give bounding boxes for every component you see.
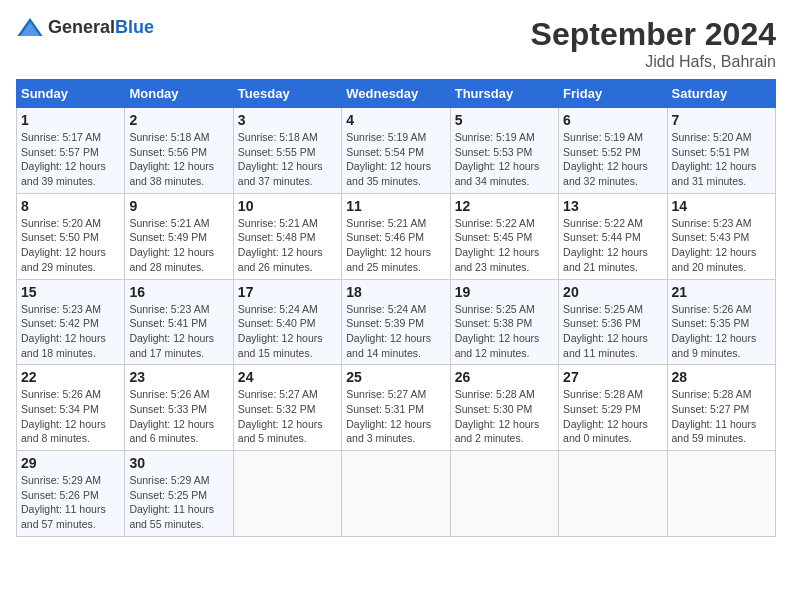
week-row-5: 29Sunrise: 5:29 AM Sunset: 5:26 PM Dayli… [17, 451, 776, 537]
header-cell-tuesday: Tuesday [233, 80, 341, 108]
day-number: 6 [563, 112, 662, 128]
day-info: Sunrise: 5:28 AM Sunset: 5:30 PM Dayligh… [455, 387, 554, 446]
day-info: Sunrise: 5:18 AM Sunset: 5:56 PM Dayligh… [129, 130, 228, 189]
day-number: 17 [238, 284, 337, 300]
day-info: Sunrise: 5:24 AM Sunset: 5:40 PM Dayligh… [238, 302, 337, 361]
header-cell-wednesday: Wednesday [342, 80, 450, 108]
day-cell [559, 451, 667, 537]
day-number: 29 [21, 455, 120, 471]
day-info: Sunrise: 5:28 AM Sunset: 5:29 PM Dayligh… [563, 387, 662, 446]
day-info: Sunrise: 5:23 AM Sunset: 5:43 PM Dayligh… [672, 216, 771, 275]
day-cell: 6Sunrise: 5:19 AM Sunset: 5:52 PM Daylig… [559, 108, 667, 194]
day-cell: 11Sunrise: 5:21 AM Sunset: 5:46 PM Dayli… [342, 193, 450, 279]
day-cell: 14Sunrise: 5:23 AM Sunset: 5:43 PM Dayli… [667, 193, 775, 279]
day-cell [667, 451, 775, 537]
day-cell: 20Sunrise: 5:25 AM Sunset: 5:36 PM Dayli… [559, 279, 667, 365]
day-number: 25 [346, 369, 445, 385]
day-cell [233, 451, 341, 537]
day-cell: 15Sunrise: 5:23 AM Sunset: 5:42 PM Dayli… [17, 279, 125, 365]
day-info: Sunrise: 5:22 AM Sunset: 5:45 PM Dayligh… [455, 216, 554, 275]
day-info: Sunrise: 5:22 AM Sunset: 5:44 PM Dayligh… [563, 216, 662, 275]
page-header: GeneralBlue September 2024 Jidd Hafs, Ba… [16, 16, 776, 71]
header-cell-monday: Monday [125, 80, 233, 108]
week-row-4: 22Sunrise: 5:26 AM Sunset: 5:34 PM Dayli… [17, 365, 776, 451]
header-cell-thursday: Thursday [450, 80, 558, 108]
day-cell: 19Sunrise: 5:25 AM Sunset: 5:38 PM Dayli… [450, 279, 558, 365]
day-info: Sunrise: 5:29 AM Sunset: 5:25 PM Dayligh… [129, 473, 228, 532]
day-cell [342, 451, 450, 537]
day-number: 2 [129, 112, 228, 128]
day-info: Sunrise: 5:18 AM Sunset: 5:55 PM Dayligh… [238, 130, 337, 189]
day-number: 11 [346, 198, 445, 214]
day-number: 10 [238, 198, 337, 214]
day-cell: 30Sunrise: 5:29 AM Sunset: 5:25 PM Dayli… [125, 451, 233, 537]
day-cell: 5Sunrise: 5:19 AM Sunset: 5:53 PM Daylig… [450, 108, 558, 194]
location-title: Jidd Hafs, Bahrain [531, 53, 776, 71]
day-info: Sunrise: 5:28 AM Sunset: 5:27 PM Dayligh… [672, 387, 771, 446]
day-info: Sunrise: 5:17 AM Sunset: 5:57 PM Dayligh… [21, 130, 120, 189]
day-info: Sunrise: 5:29 AM Sunset: 5:26 PM Dayligh… [21, 473, 120, 532]
day-info: Sunrise: 5:24 AM Sunset: 5:39 PM Dayligh… [346, 302, 445, 361]
day-cell: 29Sunrise: 5:29 AM Sunset: 5:26 PM Dayli… [17, 451, 125, 537]
day-cell: 23Sunrise: 5:26 AM Sunset: 5:33 PM Dayli… [125, 365, 233, 451]
day-number: 18 [346, 284, 445, 300]
day-info: Sunrise: 5:25 AM Sunset: 5:36 PM Dayligh… [563, 302, 662, 361]
day-number: 9 [129, 198, 228, 214]
day-cell: 8Sunrise: 5:20 AM Sunset: 5:50 PM Daylig… [17, 193, 125, 279]
day-number: 14 [672, 198, 771, 214]
day-number: 13 [563, 198, 662, 214]
day-info: Sunrise: 5:19 AM Sunset: 5:52 PM Dayligh… [563, 130, 662, 189]
day-info: Sunrise: 5:26 AM Sunset: 5:33 PM Dayligh… [129, 387, 228, 446]
day-number: 27 [563, 369, 662, 385]
day-cell [450, 451, 558, 537]
day-number: 22 [21, 369, 120, 385]
day-info: Sunrise: 5:23 AM Sunset: 5:41 PM Dayligh… [129, 302, 228, 361]
day-info: Sunrise: 5:23 AM Sunset: 5:42 PM Dayligh… [21, 302, 120, 361]
header-cell-sunday: Sunday [17, 80, 125, 108]
day-info: Sunrise: 5:19 AM Sunset: 5:53 PM Dayligh… [455, 130, 554, 189]
day-cell: 25Sunrise: 5:27 AM Sunset: 5:31 PM Dayli… [342, 365, 450, 451]
day-cell: 10Sunrise: 5:21 AM Sunset: 5:48 PM Dayli… [233, 193, 341, 279]
header-cell-saturday: Saturday [667, 80, 775, 108]
day-info: Sunrise: 5:21 AM Sunset: 5:48 PM Dayligh… [238, 216, 337, 275]
day-number: 7 [672, 112, 771, 128]
day-number: 12 [455, 198, 554, 214]
day-info: Sunrise: 5:26 AM Sunset: 5:34 PM Dayligh… [21, 387, 120, 446]
day-number: 24 [238, 369, 337, 385]
day-cell: 17Sunrise: 5:24 AM Sunset: 5:40 PM Dayli… [233, 279, 341, 365]
day-cell: 2Sunrise: 5:18 AM Sunset: 5:56 PM Daylig… [125, 108, 233, 194]
day-number: 1 [21, 112, 120, 128]
day-info: Sunrise: 5:27 AM Sunset: 5:31 PM Dayligh… [346, 387, 445, 446]
week-row-1: 1Sunrise: 5:17 AM Sunset: 5:57 PM Daylig… [17, 108, 776, 194]
logo-icon [16, 16, 44, 38]
day-cell: 21Sunrise: 5:26 AM Sunset: 5:35 PM Dayli… [667, 279, 775, 365]
calendar-table: SundayMondayTuesdayWednesdayThursdayFrid… [16, 79, 776, 537]
day-number: 26 [455, 369, 554, 385]
day-number: 23 [129, 369, 228, 385]
day-number: 15 [21, 284, 120, 300]
day-info: Sunrise: 5:20 AM Sunset: 5:50 PM Dayligh… [21, 216, 120, 275]
day-number: 3 [238, 112, 337, 128]
day-cell: 22Sunrise: 5:26 AM Sunset: 5:34 PM Dayli… [17, 365, 125, 451]
day-cell: 3Sunrise: 5:18 AM Sunset: 5:55 PM Daylig… [233, 108, 341, 194]
header-row: SundayMondayTuesdayWednesdayThursdayFrid… [17, 80, 776, 108]
day-info: Sunrise: 5:21 AM Sunset: 5:46 PM Dayligh… [346, 216, 445, 275]
week-row-3: 15Sunrise: 5:23 AM Sunset: 5:42 PM Dayli… [17, 279, 776, 365]
day-number: 21 [672, 284, 771, 300]
day-cell: 9Sunrise: 5:21 AM Sunset: 5:49 PM Daylig… [125, 193, 233, 279]
day-number: 4 [346, 112, 445, 128]
day-number: 16 [129, 284, 228, 300]
day-info: Sunrise: 5:25 AM Sunset: 5:38 PM Dayligh… [455, 302, 554, 361]
header-cell-friday: Friday [559, 80, 667, 108]
day-number: 5 [455, 112, 554, 128]
day-number: 8 [21, 198, 120, 214]
day-cell: 24Sunrise: 5:27 AM Sunset: 5:32 PM Dayli… [233, 365, 341, 451]
logo: GeneralBlue [16, 16, 154, 38]
day-number: 19 [455, 284, 554, 300]
day-cell: 4Sunrise: 5:19 AM Sunset: 5:54 PM Daylig… [342, 108, 450, 194]
day-cell: 12Sunrise: 5:22 AM Sunset: 5:45 PM Dayli… [450, 193, 558, 279]
month-title: September 2024 [531, 16, 776, 53]
day-info: Sunrise: 5:27 AM Sunset: 5:32 PM Dayligh… [238, 387, 337, 446]
day-info: Sunrise: 5:19 AM Sunset: 5:54 PM Dayligh… [346, 130, 445, 189]
day-cell: 26Sunrise: 5:28 AM Sunset: 5:30 PM Dayli… [450, 365, 558, 451]
